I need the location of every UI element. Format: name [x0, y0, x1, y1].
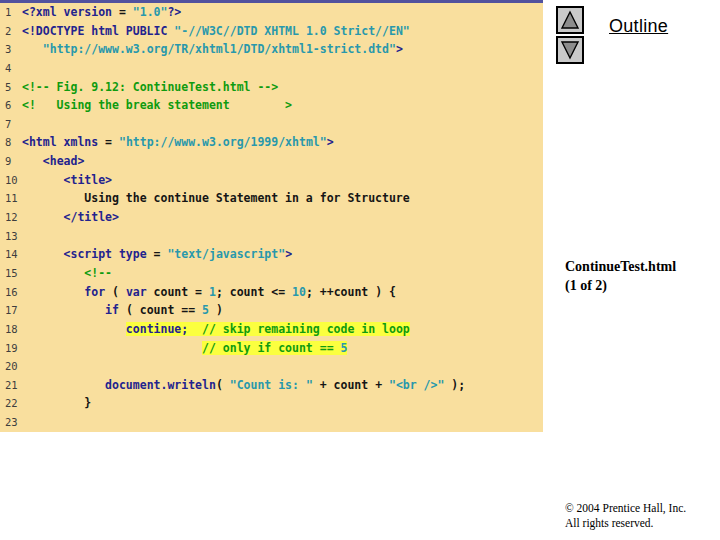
down-arrow-icon — [560, 40, 580, 60]
line-number: 6 — [0, 96, 22, 115]
code-token: 1 — [209, 285, 216, 299]
code-token: </title> — [64, 210, 119, 224]
code-token — [22, 247, 64, 261]
copyright-line2: All rights reserved. — [565, 516, 686, 531]
code-token — [22, 173, 64, 187]
file-reference-page: (1 of 2) — [565, 276, 676, 295]
code-token: <! Using the break statement > — [22, 98, 292, 112]
code-token: = — [98, 135, 119, 149]
code-text: } — [22, 394, 91, 413]
code-token: + count + — [313, 378, 389, 392]
code-line: 21 document.writeln( "Count is: " + coun… — [0, 376, 543, 395]
line-number: 15 — [0, 264, 22, 283]
line-number: 14 — [0, 245, 22, 264]
code-token: for — [84, 285, 105, 299]
copyright-line1: © 2004 Prentice Hall, Inc. — [565, 501, 686, 516]
line-number: 1 — [0, 3, 22, 22]
code-line: 5<!-- Fig. 9.12: ContinueTest.html --> — [0, 78, 543, 97]
line-number: 2 — [0, 22, 22, 41]
code-text: <?xml version = "1.0"?> — [22, 3, 181, 22]
code-line: 11 Using the continue Statement in a for… — [0, 189, 543, 208]
scroll-up-button[interactable] — [556, 6, 584, 34]
code-listing-panel: 1<?xml version = "1.0"?>2<!DOCTYPE html … — [0, 0, 543, 432]
code-line: 13 — [0, 227, 543, 246]
code-token: <!-- Fig. 9.12: ContinueTest.html --> — [22, 80, 278, 94]
line-number: 17 — [0, 301, 22, 320]
code-token: continue; — [126, 322, 188, 336]
line-number: 16 — [0, 283, 22, 302]
code-token — [22, 341, 202, 355]
line-number: 3 — [0, 40, 22, 59]
code-token: Using the continue Statement in a for St… — [22, 191, 410, 205]
code-token: ( — [216, 378, 230, 392]
code-token: "<br />" — [389, 378, 444, 392]
code-token: <script type — [64, 247, 147, 261]
code-token — [22, 266, 84, 280]
code-token: <title> — [64, 173, 112, 187]
line-number: 20 — [0, 357, 22, 376]
code-line: 8<html xmlns = "http://www.w3.org/1999/x… — [0, 133, 543, 152]
code-line: 6<! Using the break statement > — [0, 96, 543, 115]
code-token — [22, 154, 43, 168]
code-token: > — [327, 135, 334, 149]
line-number: 22 — [0, 394, 22, 413]
code-line: 19 // only if count == 5 — [0, 339, 543, 358]
code-token — [22, 378, 105, 392]
line-number: 21 — [0, 376, 22, 395]
code-lines: 1<?xml version = "1.0"?>2<!DOCTYPE html … — [0, 3, 543, 432]
line-number: 13 — [0, 227, 22, 246]
code-token: "text/javascript" — [167, 247, 285, 261]
code-token — [22, 42, 43, 56]
code-token: "Count is: " — [230, 378, 313, 392]
code-token: <head> — [43, 154, 85, 168]
outline-title: Outline — [609, 16, 668, 37]
code-token: ; count <= — [216, 285, 292, 299]
code-token — [188, 322, 202, 336]
code-line: 4 — [0, 59, 543, 78]
code-line: 17 if ( count == 5 ) — [0, 301, 543, 320]
code-token: <!-- — [84, 266, 112, 280]
code-token: ( count == — [119, 303, 202, 317]
outline-nav-buttons — [556, 6, 584, 66]
code-line: 20 — [0, 357, 543, 376]
file-reference-name: ContinueTest.html — [565, 257, 676, 276]
line-number: 8 — [0, 133, 22, 152]
code-token: if — [105, 303, 119, 317]
line-number: 12 — [0, 208, 22, 227]
code-line: 16 for ( var count = 1; count <= 10; ++c… — [0, 283, 543, 302]
code-text: <script type = "text/javascript"> — [22, 245, 292, 264]
line-number: 23 — [0, 413, 22, 432]
copyright: © 2004 Prentice Hall, Inc. All rights re… — [565, 501, 686, 530]
code-text: for ( var count = 1; count <= 10; ++coun… — [22, 283, 396, 302]
code-line: 2<!DOCTYPE html PUBLIC "-//W3C//DTD XHTM… — [0, 22, 543, 41]
code-text: <! Using the break statement > — [22, 96, 292, 115]
code-token: ( — [105, 285, 126, 299]
code-token — [22, 210, 64, 224]
line-number: 5 — [0, 78, 22, 97]
code-token: // skip remaining code in loop — [202, 322, 410, 336]
code-line: 7 — [0, 115, 543, 134]
code-token: 5 — [202, 303, 209, 317]
code-token: ; ++count ) { — [306, 285, 396, 299]
code-text: <head> — [22, 152, 84, 171]
line-number: 10 — [0, 171, 22, 190]
code-text: <!DOCTYPE html PUBLIC "-//W3C//DTD XHTML… — [22, 22, 410, 41]
code-text: if ( count == 5 ) — [22, 301, 223, 320]
code-line: 10 <title> — [0, 171, 543, 190]
code-token: document.writeln — [105, 378, 216, 392]
code-token: > — [396, 42, 403, 56]
code-token: } — [22, 396, 91, 410]
scroll-down-button[interactable] — [556, 36, 584, 64]
code-token: ?> — [167, 5, 181, 19]
line-number: 7 — [0, 115, 22, 134]
code-text: // only if count == 5 — [22, 339, 347, 358]
code-token: ); — [444, 378, 465, 392]
line-number: 9 — [0, 152, 22, 171]
code-token — [22, 285, 84, 299]
code-token: ) — [209, 303, 223, 317]
line-number: 11 — [0, 189, 22, 208]
code-text: <html xmlns = "http://www.w3.org/1999/xh… — [22, 133, 334, 152]
code-token: "1.0" — [133, 5, 168, 19]
code-token: "http://www.w3.org/TR/xhtml1/DTD/xhtml1-… — [43, 42, 396, 56]
code-token: 5 — [341, 341, 348, 355]
